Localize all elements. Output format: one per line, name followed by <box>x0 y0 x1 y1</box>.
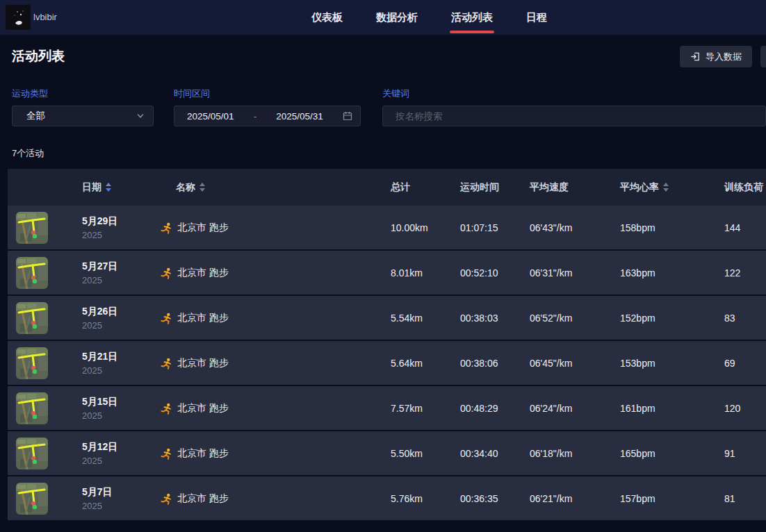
activity-name: 北京市 跑步 <box>177 357 229 369</box>
table-header-row: 日期 名称 总计 运动时间 平均速度 平均心率 训练负荷 <box>8 169 766 206</box>
activity-date: 5月26日 <box>82 306 160 318</box>
map-image <box>16 347 48 379</box>
activity-date-cell: 5月27日 2025 <box>82 260 160 285</box>
activity-date-cell: 5月21日 2025 <box>82 351 160 376</box>
route-map-thumbnail[interactable] <box>16 347 48 379</box>
table-row[interactable]: 5月27日 2025 北京市 跑步 8.01km 00:52:10 06'31"… <box>8 251 766 296</box>
activity-name-cell: 北京市 跑步 <box>160 492 391 505</box>
sport-type-value: 全部 <box>26 110 45 122</box>
map-image <box>16 392 48 424</box>
runner-icon <box>160 492 172 505</box>
table-row[interactable]: 5月15日 2025 北京市 跑步 7.57km 00:48:29 06'24"… <box>8 386 766 431</box>
activity-duration: 00:48:29 <box>460 403 530 414</box>
activity-date: 5月29日 <box>82 215 160 228</box>
activity-date: 5月27日 <box>82 260 160 273</box>
activity-total-distance: 10.00km <box>391 222 460 233</box>
activity-duration: 00:38:06 <box>460 358 530 369</box>
map-image <box>16 438 48 469</box>
keyword-filter <box>382 106 766 126</box>
map-image <box>16 483 48 515</box>
activity-total-distance: 8.01km <box>391 267 460 279</box>
activity-heart-rate: 152bpm <box>620 313 724 324</box>
column-header-total: 总计 <box>391 181 460 194</box>
top-navigation-bar: lvbibir 仪表板 数据分析 活动列表 日程 <box>0 0 766 35</box>
activity-heart-rate: 157bpm <box>620 493 724 504</box>
activity-duration: 01:07:15 <box>460 222 530 233</box>
activity-heart-rate: 153bpm <box>620 358 724 369</box>
sport-type-select[interactable]: 全部 <box>12 106 154 126</box>
activity-total-distance: 5.54km <box>391 313 460 324</box>
nav-tab-activity-list[interactable]: 活动列表 <box>451 0 493 35</box>
activity-year: 2025 <box>82 365 160 376</box>
activity-date-cell: 5月29日 2025 <box>82 215 160 240</box>
activity-name-cell: 北京市 跑步 <box>160 402 391 415</box>
date-range-separator: - <box>254 111 257 122</box>
column-header-pace: 平均速度 <box>530 181 620 194</box>
user-avatar[interactable] <box>6 5 31 30</box>
runner-icon <box>160 312 172 324</box>
edge-cropped-button[interactable] <box>760 46 766 67</box>
main-nav: 仪表板 数据分析 活动列表 日程 <box>311 0 547 35</box>
activity-heart-rate: 161bpm <box>620 403 724 414</box>
activity-name-cell: 北京市 跑步 <box>160 447 391 460</box>
activity-name: 北京市 跑步 <box>177 222 229 234</box>
date-range-label: 时间区间 <box>174 88 210 100</box>
calendar-icon <box>343 111 352 121</box>
runner-icon <box>160 357 172 369</box>
map-image <box>16 212 48 244</box>
activity-count: 7个活动 <box>12 147 44 160</box>
table-row[interactable]: 5月7日 2025 北京市 跑步 5.76km 00:36:35 06'21"/… <box>8 476 766 522</box>
activity-name-cell: 北京市 跑步 <box>160 222 391 234</box>
nav-tab-dashboard[interactable]: 仪表板 <box>311 0 343 35</box>
sort-icon-heart-rate[interactable] <box>663 183 669 192</box>
avatar-image <box>6 5 31 30</box>
activity-name: 北京市 跑步 <box>177 267 229 279</box>
table-row[interactable]: 5月21日 2025 北京市 跑步 5.64km 00:38:06 06'45"… <box>8 341 766 386</box>
activity-training-load: 83 <box>724 313 766 324</box>
column-header-date[interactable]: 日期 <box>82 181 160 194</box>
nav-tab-schedule[interactable]: 日程 <box>526 0 547 35</box>
activity-date-cell: 5月15日 2025 <box>82 396 160 421</box>
page-title: 活动列表 <box>12 47 65 65</box>
activity-date-cell: 5月12日 2025 <box>82 441 160 466</box>
sort-icon-date-desc[interactable] <box>106 183 111 192</box>
column-header-name[interactable]: 名称 <box>160 181 391 194</box>
activity-date-cell: 5月26日 2025 <box>82 306 160 331</box>
route-map-thumbnail[interactable] <box>16 392 48 424</box>
activity-pace: 06'18"/km <box>530 448 620 459</box>
activity-pace: 06'43"/km <box>530 222 620 233</box>
activity-name-cell: 北京市 跑步 <box>160 267 391 279</box>
map-image <box>16 257 48 289</box>
activity-pace: 06'24"/km <box>530 403 620 414</box>
import-icon <box>690 51 701 62</box>
import-data-button[interactable]: 导入数据 <box>680 46 752 67</box>
runner-icon <box>160 447 172 460</box>
route-map-thumbnail[interactable] <box>16 483 48 515</box>
activity-name: 北京市 跑步 <box>177 312 229 324</box>
route-map-thumbnail[interactable] <box>16 302 48 334</box>
activity-total-distance: 7.57km <box>391 403 460 414</box>
activity-date: 5月7日 <box>82 486 160 499</box>
sort-icon-name[interactable] <box>199 183 205 192</box>
keyword-label: 关键词 <box>382 88 409 100</box>
activity-date-cell: 5月7日 2025 <box>82 486 160 511</box>
activity-year: 2025 <box>82 230 160 240</box>
activity-heart-rate: 158bpm <box>620 222 724 233</box>
table-row[interactable]: 5月12日 2025 北京市 跑步 5.50km 00:34:40 06'18"… <box>8 431 766 476</box>
activity-training-load: 91 <box>724 448 766 459</box>
route-map-thumbnail[interactable] <box>16 257 48 289</box>
nav-tab-data-analysis[interactable]: 数据分析 <box>376 0 418 35</box>
activity-pace: 06'52"/km <box>530 313 620 324</box>
table-row[interactable]: 5月26日 2025 北京市 跑步 5.54km 00:38:03 06'52"… <box>8 296 766 341</box>
activity-heart-rate: 165bpm <box>620 448 724 459</box>
keyword-search-input[interactable] <box>383 106 765 126</box>
table-row[interactable]: 5月29日 2025 北京市 跑步 10.00km 01:07:15 06'43… <box>8 206 766 251</box>
date-start-value: 2025/05/01 <box>187 111 234 122</box>
route-map-thumbnail[interactable] <box>16 438 48 469</box>
activity-total-distance: 5.76km <box>391 493 460 504</box>
date-range-picker[interactable]: 2025/05/01 - 2025/05/31 <box>174 106 361 126</box>
activity-duration: 00:52:10 <box>460 267 530 279</box>
column-header-heart-rate[interactable]: 平均心率 <box>620 181 724 194</box>
route-map-thumbnail[interactable] <box>16 212 48 244</box>
activity-year: 2025 <box>82 410 160 421</box>
